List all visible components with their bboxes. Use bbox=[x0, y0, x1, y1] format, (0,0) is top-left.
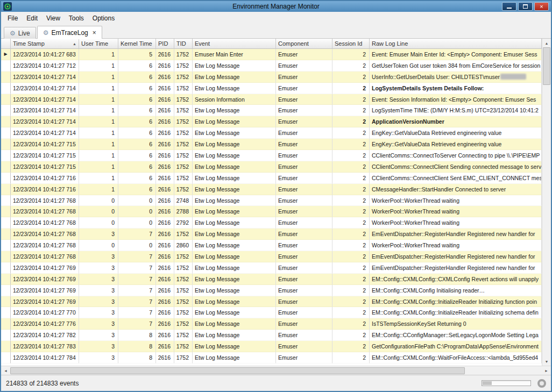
scroll-right-icon[interactable]: ► bbox=[542, 366, 551, 375]
column-header-label: PID bbox=[158, 40, 168, 47]
table-row[interactable]: 12/23/2014 10:41:27 7680026162792Etw Log… bbox=[1, 217, 542, 229]
column-header-raw-log-line[interactable]: Raw Log Line bbox=[370, 39, 542, 49]
row-selector bbox=[1, 217, 11, 229]
cell-pid: 2616 bbox=[156, 94, 174, 105]
scroll-up-icon[interactable]: ▲ bbox=[542, 39, 551, 47]
table-row[interactable]: 12/23/2014 10:41:27 7683726161752Etw Log… bbox=[1, 251, 542, 262]
table-row[interactable]: 12/23/2014 10:41:27 7680026162788Etw Log… bbox=[1, 206, 542, 217]
table-row[interactable]: 12/23/2014 10:41:27 7823826161752Etw Log… bbox=[1, 330, 542, 341]
row-selector bbox=[1, 83, 11, 94]
vertical-scroll-thumb[interactable] bbox=[543, 47, 550, 85]
table-row[interactable]: 12/23/2014 10:41:27 7843826161752Etw Log… bbox=[1, 352, 542, 364]
cell-component: Emuser bbox=[276, 251, 332, 262]
menu-item-view[interactable]: View bbox=[42, 13, 65, 24]
column-header-tid[interactable]: TID bbox=[174, 39, 193, 49]
column-header-kernel-time[interactable]: Kernel Time bbox=[118, 39, 156, 49]
column-header-time-stamp[interactable]: Time Stamp▲ bbox=[11, 39, 79, 49]
table-row[interactable]: 12/23/2014 10:41:27 7703726161752Etw Log… bbox=[1, 307, 542, 318]
cell-session-id: 2 bbox=[332, 83, 370, 94]
table-row[interactable]: 12/23/2014 10:41:27 7833826161752Etw Log… bbox=[1, 341, 542, 352]
scroll-down-icon[interactable]: ▼ bbox=[542, 357, 551, 366]
row-selector bbox=[1, 206, 11, 217]
table-row[interactable]: 12/23/2014 10:41:27 7763726161752Etw Log… bbox=[1, 318, 542, 330]
cell-timestamp: 12/23/2014 10:41:27 783 bbox=[11, 341, 79, 352]
menu-item-options[interactable]: Options bbox=[88, 13, 119, 24]
cell-component: Emuser bbox=[276, 285, 332, 296]
grid-columns-area: Time Stamp▲User TimeKernel TimePIDTIDEve… bbox=[1, 39, 542, 366]
table-row[interactable]: 12/23/2014 10:41:27 7680026162748Etw Log… bbox=[1, 195, 542, 206]
table-row[interactable]: 12/23/2014 10:41:27 7151626161752Etw Log… bbox=[1, 150, 542, 161]
row-selector bbox=[1, 352, 11, 364]
cell-event: Etw Log Message bbox=[193, 150, 276, 161]
menu-item-tools[interactable]: Tools bbox=[65, 13, 88, 24]
cell-timestamp: 12/23/2014 10:41:27 768 bbox=[11, 206, 79, 217]
table-row[interactable]: 12/23/2014 10:41:27 7161626161752Etw Log… bbox=[1, 173, 542, 184]
scroll-left-icon[interactable]: ◄ bbox=[1, 366, 10, 375]
table-row[interactable]: 12/23/2014 10:41:27 7683726161752Etw Log… bbox=[1, 229, 542, 240]
cell-component: Emuser bbox=[276, 60, 332, 72]
cell-user-time: 1 bbox=[79, 49, 118, 60]
table-row[interactable]: 12/23/2014 10:41:27 7141626161752Etw Log… bbox=[1, 72, 542, 83]
table-row[interactable]: 12/23/2014 10:41:27 7693726161752Etw Log… bbox=[1, 296, 542, 308]
table-row[interactable]: 12/23/2014 10:41:27 7161626161752Etw Log… bbox=[1, 184, 542, 195]
cell-pid: 2616 bbox=[156, 195, 174, 206]
menu-item-edit[interactable]: Edit bbox=[22, 13, 42, 24]
tab-live[interactable]: ⚙Live bbox=[4, 27, 36, 39]
row-selector bbox=[1, 105, 11, 116]
table-row[interactable]: 12/23/2014 10:41:27 7141626161752Etw Log… bbox=[1, 105, 542, 116]
column-header-pid[interactable]: PID bbox=[156, 39, 174, 49]
cell-tid: 1752 bbox=[174, 251, 193, 262]
cell-timestamp: 12/23/2014 10:41:27 714 bbox=[11, 72, 79, 83]
cell-raw-log-line: EmEventDispatcher::RegisterHandler Regis… bbox=[370, 251, 542, 262]
column-header-label: Raw Log Line bbox=[372, 40, 408, 47]
vertical-scrollbar[interactable]: ▲ ▼ bbox=[542, 39, 551, 366]
cell-raw-log-line: EngKey::GetValueData Retrieved engineeri… bbox=[370, 139, 542, 150]
cell-raw-log-line: WorkerPool::WorkerThread waiting bbox=[370, 240, 542, 251]
table-row[interactable]: 12/23/2014 10:41:27 7121626161752Etw Log… bbox=[1, 60, 542, 72]
cell-component: Emuser bbox=[276, 173, 332, 184]
cell-raw-log-line: CMessageHandler::StartHandler Connected … bbox=[370, 184, 542, 195]
close-tab-icon[interactable]: × bbox=[93, 30, 96, 36]
vertical-scroll-track[interactable] bbox=[542, 85, 551, 357]
table-row[interactable]: 12/23/2014 10:41:27 7693726161752Etw Log… bbox=[1, 285, 542, 296]
cell-component: Emuser bbox=[276, 240, 332, 251]
cell-tid: 1752 bbox=[174, 150, 193, 161]
cell-timestamp: 12/23/2014 10:41:27 768 bbox=[11, 251, 79, 262]
cell-event: Etw Log Message bbox=[193, 195, 276, 206]
table-row[interactable]: 12/23/2014 10:41:27 7141626161752Etw Log… bbox=[1, 83, 542, 94]
cell-event: Etw Log Message bbox=[193, 60, 276, 72]
horizontal-scrollbar[interactable]: ◄ ► bbox=[1, 366, 551, 375]
table-row[interactable]: 12/23/2014 10:41:27 7141626161752Session… bbox=[1, 94, 542, 105]
cell-tid: 1752 bbox=[174, 341, 193, 352]
status-circle-button[interactable] bbox=[537, 379, 546, 388]
column-header-event[interactable]: Event bbox=[193, 39, 276, 49]
table-row[interactable]: 12/23/2014 10:41:27 7693726161752Etw Log… bbox=[1, 262, 542, 274]
table-row[interactable]: ▶12/23/2014 10:41:27 6831526161752Emuser… bbox=[1, 49, 542, 60]
cell-kernel-time: 0 bbox=[118, 240, 156, 251]
table-row[interactable]: 12/23/2014 10:41:27 7680026162860Etw Log… bbox=[1, 240, 542, 251]
cell-kernel-time: 7 bbox=[118, 274, 156, 285]
table-row[interactable]: 12/23/2014 10:41:27 7693726161752Etw Log… bbox=[1, 274, 542, 285]
cell-timestamp: 12/23/2014 10:41:27 714 bbox=[11, 83, 79, 94]
column-header-component[interactable]: Component bbox=[276, 39, 332, 49]
column-header-session-id[interactable]: Session Id bbox=[332, 39, 370, 49]
cell-kernel-time: 6 bbox=[118, 72, 156, 83]
cell-pid: 2616 bbox=[156, 330, 174, 341]
cell-timestamp: 12/23/2014 10:41:27 712 bbox=[11, 60, 79, 72]
cell-user-time: 3 bbox=[79, 330, 118, 341]
cell-tid: 1752 bbox=[174, 116, 193, 127]
table-row[interactable]: 12/23/2014 10:41:27 7151626161752Etw Log… bbox=[1, 161, 542, 173]
cell-component: Emuser bbox=[276, 206, 332, 217]
table-row[interactable]: 12/23/2014 10:41:27 7151626161752Etw Log… bbox=[1, 139, 542, 150]
table-row[interactable]: 12/23/2014 10:41:27 7141626161752Etw Log… bbox=[1, 127, 542, 139]
horizontal-scroll-thumb[interactable] bbox=[10, 367, 465, 374]
tab-emtracelog[interactable]: ⚙EmTraceLog× bbox=[37, 26, 102, 39]
close-button[interactable]: × bbox=[534, 2, 549, 11]
column-header-user-time[interactable]: User Time bbox=[79, 39, 118, 49]
table-row[interactable]: 12/23/2014 10:41:27 7141626161752Etw Log… bbox=[1, 116, 542, 127]
maximize-button[interactable] bbox=[518, 2, 533, 11]
cell-pid: 2616 bbox=[156, 72, 174, 83]
menu-item-file[interactable]: File bbox=[3, 13, 22, 24]
cell-kernel-time: 8 bbox=[118, 341, 156, 352]
minimize-button[interactable] bbox=[502, 2, 516, 11]
